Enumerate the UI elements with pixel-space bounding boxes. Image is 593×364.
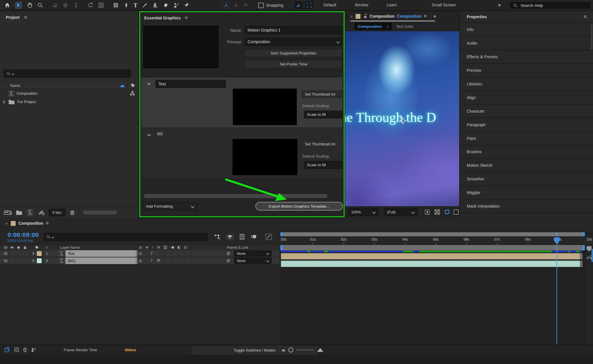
bit-depth-button[interactable]: 8 bpc — [49, 209, 65, 216]
properties-item-audio[interactable]: Audio — [460, 36, 593, 50]
section-collapse-chevron[interactable] — [147, 133, 151, 136]
type-tool[interactable]: T — [133, 2, 138, 8]
properties-item-align[interactable]: Align — [460, 90, 593, 104]
expand-layers-icon[interactable] — [4, 347, 10, 353]
new-composition-icon[interactable] — [27, 209, 34, 215]
export-motion-graphics-template-button[interactable]: Export Motion Graphics Template... — [255, 202, 343, 211]
project-search-input[interactable] — [3, 69, 131, 78]
transparency-grid-icon[interactable] — [434, 209, 440, 215]
motion-blur-icon[interactable] — [250, 234, 257, 240]
draft-3d-icon[interactable] — [226, 234, 234, 240]
parent-dropdown[interactable]: None — [234, 258, 272, 264]
rotation-tool[interactable] — [87, 2, 94, 8]
snap-along-edges-icon[interactable] — [294, 1, 303, 10]
eraser-tool[interactable] — [162, 2, 169, 8]
project-panel-menu[interactable]: ≡ — [24, 14, 27, 20]
help-search-box[interactable]: Search Help — [509, 1, 591, 9]
pan-camera-tool[interactable] — [62, 2, 69, 8]
magnification-dropdown[interactable]: 100% — [348, 208, 378, 216]
viewer-tab-composition[interactable]: Composition — [370, 14, 395, 19]
shape-tool[interactable] — [113, 2, 119, 8]
zoom-tool[interactable] — [37, 2, 43, 8]
layer-name-cell[interactable]: [BG] — [65, 257, 137, 264]
name-column-header[interactable]: Name — [10, 83, 20, 88]
layer-bar-out-handle[interactable] — [580, 261, 583, 267]
layer-expand-chevron[interactable] — [32, 259, 34, 262]
shy-switch-icon[interactable] — [138, 252, 142, 255]
add-formatting-dropdown[interactable]: Add Formatting — [143, 202, 197, 210]
resolution-dropdown[interactable]: (Full) — [384, 208, 417, 216]
properties-item-info[interactable]: Info — [460, 23, 593, 36]
hand-tool[interactable] — [27, 2, 33, 8]
roto-brush-tool[interactable] — [173, 2, 179, 8]
graph-editor-icon[interactable] — [265, 233, 272, 240]
breadcrumb-current[interactable]: Composition ‹ — [354, 23, 392, 30]
composition-canvas[interactable]: ne Through the D — [345, 31, 459, 206]
properties-item-wiggler[interactable]: Wiggler — [460, 186, 593, 199]
bg-set-thumbnail-button[interactable]: Set Thumbnail Im — [302, 140, 343, 148]
color-depth-icon[interactable] — [38, 210, 45, 215]
section-collapse-chevron[interactable] — [147, 81, 151, 85]
navigator-start-handle[interactable] — [280, 232, 283, 236]
viewer-panel-menu[interactable]: ≡ — [424, 13, 427, 19]
essential-graphics-menu[interactable]: ≡ — [185, 15, 188, 21]
new-folder-icon[interactable] — [16, 210, 23, 215]
shy-switch-icon[interactable] — [138, 259, 142, 263]
quality-switch[interactable]: / — [151, 251, 152, 255]
comp-label-swatch[interactable] — [355, 14, 361, 19]
work-area-bar[interactable] — [280, 245, 585, 250]
layer-name-column-header[interactable]: Layer Name — [60, 246, 80, 250]
sort-ascending-icon[interactable] — [120, 84, 125, 87]
properties-item-paragraph[interactable]: Paragraph — [460, 118, 593, 131]
layer-row-text[interactable]: 1 Text / @ None — [0, 250, 279, 257]
close-icon[interactable]: × — [350, 14, 353, 19]
properties-item-preview[interactable]: Preview — [460, 63, 593, 77]
properties-item-character[interactable]: Character — [460, 104, 593, 118]
anchor-point-icon[interactable] — [399, 117, 407, 125]
timeline-zoom-knob[interactable] — [288, 347, 293, 352]
project-hscrollbar[interactable] — [83, 211, 117, 215]
close-icon[interactable]: × — [5, 221, 8, 226]
properties-item-paint[interactable]: Paint — [460, 131, 593, 145]
layer-bar-text[interactable] — [281, 253, 583, 259]
label-column-icon[interactable] — [130, 83, 136, 88]
properties-panel-menu[interactable]: ≡ — [584, 14, 587, 20]
zoom-out-frames-icon[interactable] — [281, 349, 285, 351]
interpret-footage-icon[interactable] — [4, 210, 12, 215]
properties-item-mask-interpolation[interactable]: Mask Interpolation — [460, 199, 593, 213]
in-out-brackets-icon[interactable]: {} — [23, 347, 27, 352]
frame-blending-icon[interactable] — [239, 234, 245, 240]
comp-marker-bin-icon[interactable] — [587, 246, 592, 251]
properties-item-smoother[interactable]: Smoother — [460, 172, 593, 186]
trash-icon[interactable] — [69, 209, 75, 215]
work-area-start-handle[interactable] — [280, 245, 283, 250]
current-timecode[interactable]: 0:00:09:00 — [8, 231, 39, 238]
layer-bar-bg[interactable] — [281, 261, 583, 267]
pan-behind-tool[interactable] — [98, 2, 104, 8]
live-update-icon[interactable] — [14, 347, 19, 352]
properties-item-effects-presets[interactable]: Effects & Presets — [460, 50, 593, 63]
transform-box-icon[interactable] — [30, 347, 36, 352]
text-section-name-input[interactable]: Text — [155, 80, 226, 88]
timeline-zoom-track[interactable] — [296, 350, 314, 350]
primary-comp-dropdown[interactable]: Composition — [245, 38, 342, 46]
time-ruler[interactable]: 0:00s 01s 02s 03s 04s 05s 06s 07s 08s 09… — [280, 236, 593, 245]
effects-switch[interactable]: fx — [157, 258, 160, 262]
dolly-camera-tool[interactable] — [73, 2, 79, 8]
text-set-thumbnail-button[interactable]: Set Thumbnail Im — [302, 90, 343, 98]
fast-previews-icon[interactable] — [423, 208, 431, 216]
solo-supported-properties-button[interactable]: Solo Supported Properties — [245, 49, 342, 57]
time-navigator-bar[interactable] — [280, 232, 585, 236]
home-tool[interactable] — [4, 2, 10, 8]
layer-expand-chevron[interactable] — [32, 252, 34, 255]
work-area-end-handle[interactable] — [582, 245, 585, 250]
parent-dropdown[interactable]: None — [234, 250, 272, 257]
workspace-tab-review[interactable]: Review — [355, 3, 368, 7]
workspace-tab-small-screen[interactable]: Small Screen — [432, 3, 456, 7]
eg-hscrollbar[interactable] — [144, 194, 327, 198]
view-axis-mode-icon[interactable] — [243, 2, 248, 8]
unlock-icon[interactable] — [363, 14, 367, 19]
workspace-tab-learn[interactable]: Learn — [387, 3, 397, 7]
workspace-overflow-button[interactable]: » — [498, 2, 501, 8]
selection-tool[interactable] — [14, 1, 23, 9]
